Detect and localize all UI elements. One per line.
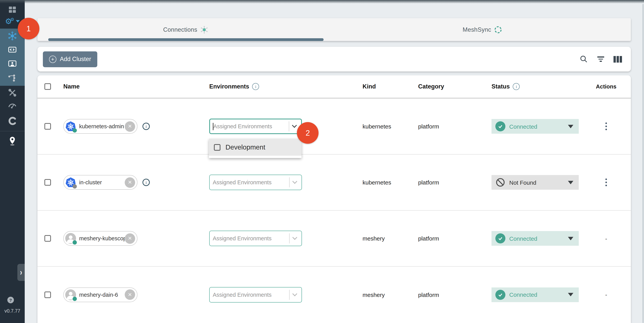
environments-select[interactable]: Assigned Environments	[209, 119, 302, 134]
connection-chip[interactable]: meshery-dain-6 ×	[63, 287, 138, 302]
kind-value: meshery	[362, 235, 385, 242]
chevron-down-icon[interactable]	[292, 235, 297, 240]
remove-connection-icon[interactable]: ×	[125, 121, 135, 132]
environments-select[interactable]: Assigned Environments	[209, 287, 302, 302]
info-icon[interactable]: i	[142, 123, 150, 130]
question-mark-icon: ?	[9, 298, 12, 302]
status-label: Not Found	[509, 179, 568, 186]
select-divider	[289, 233, 290, 243]
remove-connection-icon[interactable]: ×	[125, 177, 135, 188]
caret-down-icon	[568, 181, 573, 184]
info-icon[interactable]: i	[142, 179, 150, 186]
step-badge-1: 1	[18, 18, 40, 40]
select-divider	[289, 289, 290, 300]
column-header-environments[interactable]: Environments i	[209, 83, 259, 90]
info-icon[interactable]: i	[252, 83, 259, 90]
sidebar: ⚙ ⚙	[0, 0, 25, 323]
row-checkbox[interactable]	[44, 179, 51, 186]
dropdown-option-development[interactable]: Development	[209, 139, 302, 156]
vertical-scrollbar[interactable]	[642, 4, 644, 323]
status-select[interactable]: Not Found	[492, 175, 579, 190]
columns-icon	[614, 56, 622, 62]
tab-connections[interactable]: Connections	[38, 18, 334, 41]
select-divider	[289, 177, 290, 187]
status-dot	[72, 296, 77, 301]
nodes-graph-icon	[8, 73, 17, 83]
remove-connection-icon[interactable]: ×	[125, 233, 135, 244]
sidebar-expand-button[interactable]: ›	[17, 264, 25, 281]
actions-cell	[590, 155, 623, 210]
column-header-status[interactable]: Status i	[492, 83, 520, 90]
connection-chip[interactable]: meshery-kubescop… ×	[63, 231, 138, 246]
table-header-row: Name Environments i Kind Category Status…	[38, 75, 631, 99]
chevron-down-icon[interactable]	[292, 291, 297, 296]
search-button[interactable]	[579, 55, 588, 64]
category-value: platform	[418, 235, 439, 242]
select-all-checkbox[interactable]	[44, 83, 51, 90]
connection-name: meshery-kubescop…	[79, 235, 125, 241]
add-cluster-label: Add Cluster	[60, 56, 91, 63]
actions-cell: -	[590, 267, 623, 322]
environments-select[interactable]: Assigned Environments	[209, 231, 302, 246]
option-checkbox[interactable]	[214, 144, 220, 150]
connections-mesh-icon	[200, 25, 208, 34]
status-select[interactable]: Connected	[492, 231, 579, 246]
help-button[interactable]: ?	[7, 297, 14, 303]
tab-meshsync[interactable]: MeshSync	[334, 18, 631, 41]
connection-chip[interactable]: in-cluster ×	[63, 175, 138, 190]
app-version: v0.7.77	[0, 308, 25, 314]
speedometer-icon	[7, 101, 17, 110]
sidebar-item-getting-started[interactable]	[0, 134, 25, 148]
chevron-down-icon	[16, 20, 20, 23]
status-select[interactable]: Connected	[492, 287, 579, 302]
environments-select[interactable]: Assigned Environments	[209, 175, 302, 190]
menu-footer	[209, 156, 302, 158]
column-header-category[interactable]: Category	[418, 83, 444, 90]
sidebar-item-extensions[interactable]	[0, 114, 25, 128]
status-label: Connected	[509, 291, 568, 298]
connection-name: kubernetes-admin…	[79, 123, 125, 129]
kind-value: meshery	[362, 291, 385, 298]
sidebar-item-dashboard[interactable]	[0, 3, 25, 16]
gear-small-icon: ⚙	[10, 17, 14, 22]
column-header-kind[interactable]: Kind	[362, 83, 376, 90]
top-shadow	[0, 0, 644, 4]
filter-button[interactable]	[596, 55, 606, 64]
status-select[interactable]: Connected	[492, 119, 579, 134]
chevron-down-icon[interactable]	[292, 123, 297, 128]
filter-icon	[597, 56, 604, 62]
table-row: meshery-dain-6 × Assigned Environments m…	[38, 267, 631, 322]
sidebar-item-performance[interactable]	[0, 99, 25, 112]
sidebar-item-workspaces[interactable]	[0, 57, 25, 70]
info-icon[interactable]: i	[513, 83, 520, 90]
table-row: in-cluster × i Assigned Environments kub…	[38, 155, 631, 211]
tab-connections-label: Connections	[163, 26, 197, 33]
row-checkbox[interactable]	[44, 291, 51, 298]
remove-connection-icon[interactable]: ×	[125, 289, 135, 300]
connections-mesh-icon	[8, 31, 17, 41]
environments-placeholder: Assigned Environments	[213, 123, 288, 129]
sidebar-item-configuration[interactable]	[0, 86, 25, 99]
chevron-down-icon[interactable]	[292, 179, 297, 184]
status-dot	[72, 240, 77, 245]
no-actions-placeholder: -	[605, 235, 607, 242]
avatar-icon	[65, 233, 76, 244]
row-checkbox[interactable]	[44, 123, 51, 130]
sidebar-item-designs[interactable]	[0, 72, 25, 85]
add-cluster-button[interactable]: + Add Cluster	[43, 51, 97, 67]
kebab-menu-icon[interactable]	[604, 121, 609, 132]
column-header-name[interactable]: Name	[63, 83, 80, 90]
table-toolbar: + Add Cluster	[38, 47, 631, 72]
kebab-menu-icon[interactable]	[604, 177, 609, 188]
sidebar-item-adapters[interactable]	[0, 43, 25, 56]
environments-placeholder: Assigned Environments	[213, 179, 289, 185]
connection-name: meshery-dain-6	[79, 291, 125, 298]
connection-chip[interactable]: kubernetes-admin… ×	[63, 119, 138, 134]
kind-value: kubernetes	[362, 179, 391, 186]
chevron-right-icon: ›	[20, 267, 22, 277]
environments-placeholder: Assigned Environments	[213, 235, 289, 241]
view-columns-button[interactable]	[613, 55, 622, 64]
plus-circle-icon: +	[49, 56, 56, 63]
row-checkbox[interactable]	[44, 235, 51, 242]
environments-dropdown-menu: Development	[209, 139, 302, 158]
